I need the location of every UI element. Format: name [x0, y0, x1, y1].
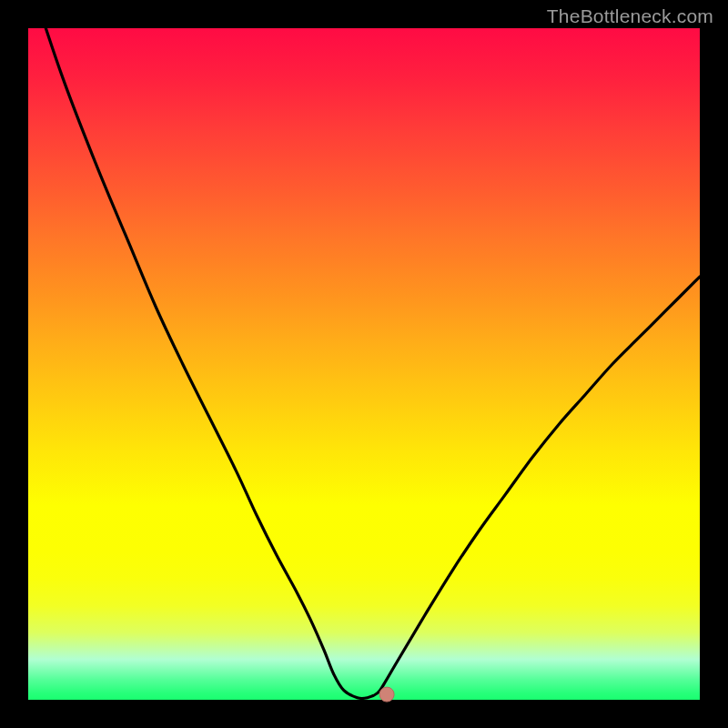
bottleneck-curve: [28, 28, 700, 700]
plot-area: [28, 28, 700, 700]
curve-path: [28, 0, 700, 699]
optimum-marker: [379, 687, 394, 702]
watermark-text: TheBottleneck.com: [547, 5, 713, 27]
chart-frame: TheBottleneck.com: [0, 0, 728, 728]
